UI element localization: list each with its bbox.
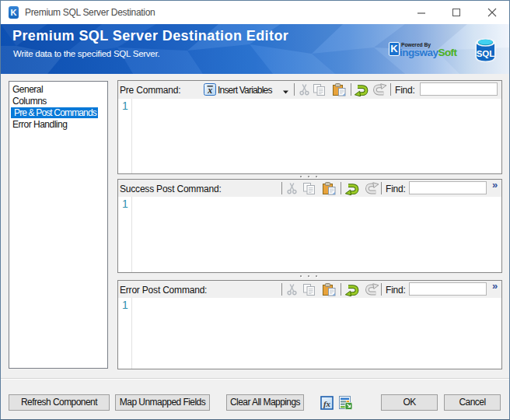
svg-text:SQL: SQL	[477, 49, 495, 58]
svg-text:x: x	[207, 85, 212, 96]
svg-text:fx: fx	[323, 399, 331, 408]
